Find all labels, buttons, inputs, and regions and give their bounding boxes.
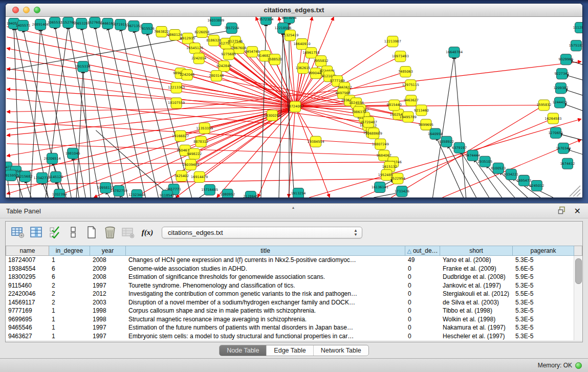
- table-vertical-scrollbar[interactable]: [574, 256, 582, 340]
- graph-node[interactable]: 9463627: [404, 95, 419, 106]
- network-canvas[interactable]: 1940557140557120891406106553211527601065…: [6, 17, 582, 198]
- graph-node[interactable]: 1733426: [395, 186, 409, 196]
- graph-node[interactable]: 16648784: [446, 47, 463, 58]
- column-header-name[interactable]: name: [6, 246, 49, 256]
- tab-network-table[interactable]: Network Table: [313, 345, 368, 356]
- graph-node[interactable]: 3572304: [258, 17, 273, 25]
- graph-node[interactable]: 1595832: [536, 100, 551, 111]
- column-header-short[interactable]: short: [440, 246, 513, 256]
- graph-node[interactable]: 1215682: [18, 171, 33, 182]
- table-settings-button[interactable]: [11, 226, 25, 239]
- graph-node[interactable]: 1209387: [553, 83, 568, 94]
- graph-node[interactable]: 12975115: [402, 80, 419, 91]
- graph-node[interactable]: 7857224: [224, 23, 239, 34]
- graph-node[interactable]: 11353359: [196, 123, 213, 134]
- network-view-window[interactable]: citations_edges.txt 19405571405571208914…: [5, 3, 583, 198]
- table-row[interactable]: 911546021997Tourette syndrome. Phenomeno…: [6, 281, 574, 290]
- scrollbar-thumb[interactable]: [575, 258, 582, 284]
- table-type-segmented-control[interactable]: Node TableEdge TableNetwork Table: [219, 345, 368, 356]
- table-row[interactable]: 1872400712008Changes of HCN gene express…: [6, 256, 574, 265]
- graph-node[interactable]: 7955812: [314, 56, 329, 67]
- table-row[interactable]: 946554611997Estimation of the future num…: [6, 323, 574, 332]
- column-header-title[interactable]: title: [126, 246, 405, 256]
- graph-node[interactable]: 3915957: [6, 170, 18, 181]
- graph-node[interactable]: 1913254: [291, 188, 306, 198]
- graph-node[interactable]: 2242046: [180, 70, 194, 80]
- graph-node[interactable]: 9815440: [387, 100, 402, 111]
- resize-grip-icon[interactable]: [570, 186, 580, 196]
- graph-node[interactable]: 9245012: [529, 180, 544, 191]
- function-builder-button[interactable]: f(x): [140, 228, 155, 237]
- graph-node[interactable]: 1588520: [267, 54, 282, 65]
- table-row[interactable]: 946362711997Embryonic stem cells: a mode…: [6, 332, 574, 341]
- graph-node[interactable]: 2242014: [191, 53, 206, 64]
- graph-node[interactable]: 7425402: [174, 170, 189, 181]
- graph-node[interactable]: 8912935: [180, 33, 195, 44]
- column-header-in_degree[interactable]: in_degree: [49, 246, 90, 256]
- graph-node[interactable]: 18807249: [372, 139, 389, 149]
- graph-node[interactable]: 7663822: [154, 27, 169, 37]
- graph-node[interactable]: 2522954: [390, 173, 405, 184]
- graph-node[interactable]: 1244415: [552, 97, 567, 108]
- graph-node[interactable]: 1202394: [52, 189, 67, 198]
- graph-node[interactable]: 2935105: [477, 156, 492, 167]
- graph-node[interactable]: 20891406: [32, 19, 49, 30]
- graph-node[interactable]: 16914479: [191, 171, 208, 182]
- graph-node[interactable]: 7986372: [352, 106, 366, 117]
- graph-node[interactable]: 1080952: [220, 189, 235, 198]
- cells-button[interactable]: [66, 226, 80, 239]
- graph-node[interactable]: 8813054: [282, 17, 297, 24]
- table-selector-dropdown[interactable]: citations_edges.txt ▲▼: [162, 227, 362, 238]
- graph-node[interactable]: 1065532: [48, 17, 62, 28]
- graph-node[interactable]: 12323448: [128, 189, 145, 198]
- window-titlebar[interactable]: citations_edges.txt: [6, 4, 582, 17]
- graph-node[interactable]: 9899695: [419, 119, 433, 130]
- graph-node[interactable]: 7615526: [140, 24, 155, 34]
- column-header-out_de[interactable]: △out_de…: [405, 246, 440, 256]
- graph-node[interactable]: 2128645: [243, 191, 258, 198]
- graph-node[interactable]: 7485063: [398, 67, 413, 77]
- graph-node[interactable]: 9227341: [554, 69, 569, 79]
- graph-node[interactable]: 16039489: [182, 159, 199, 170]
- float-panel-icon[interactable]: [558, 206, 566, 216]
- graph-node[interactable]: 8878312: [193, 136, 208, 147]
- graph-node[interactable]: 1981045: [66, 148, 80, 159]
- graph-node[interactable]: 10973493: [392, 51, 409, 62]
- column-header-year[interactable]: year: [90, 246, 126, 256]
- graph-node[interactable]: 9213460: [414, 105, 429, 116]
- delete-trash-button[interactable]: [103, 226, 117, 239]
- graph-node[interactable]: 2915334: [76, 61, 91, 72]
- graph-node[interactable]: 1270651: [548, 127, 563, 138]
- splitter-grip-icon[interactable]: ▴: [292, 205, 294, 210]
- graph-node[interactable]: 9329966: [558, 54, 573, 65]
- column-header-pagerank[interactable]: pagerank: [513, 246, 574, 256]
- graph-node[interactable]: 1670344: [556, 143, 571, 154]
- tab-edge-table[interactable]: Edge Table: [266, 345, 313, 356]
- select-rows-button[interactable]: [48, 226, 61, 239]
- graph-node[interactable]: 1640954: [428, 128, 443, 139]
- graph-node[interactable]: 16136141: [372, 182, 388, 192]
- table-row[interactable]: 2242004622012Investigating the contribut…: [6, 290, 574, 298]
- graph-node[interactable]: 1405571: [16, 20, 31, 31]
- graph-node[interactable]: 1674412: [560, 158, 575, 169]
- graph-node[interactable]: 9498222: [187, 148, 202, 159]
- column-settings-button[interactable]: [29, 226, 43, 239]
- graph-node[interactable]: 2803144: [209, 71, 224, 81]
- graph-node[interactable]: 9118542: [160, 190, 175, 198]
- graph-node[interactable]: 15716485: [201, 184, 218, 195]
- table-header-row[interactable]: namein_degreeyeartitle△out_de…shortpager…: [6, 246, 582, 256]
- graph-node[interactable]: 16033809: [207, 17, 224, 26]
- table-row[interactable]: 969969511998Structural magnetic resonanc…: [6, 315, 574, 324]
- graph-node[interactable]: 6379197: [452, 142, 467, 153]
- graph-node[interactable]: 9275685: [221, 49, 236, 60]
- table-row[interactable]: 1456911722003Disruption of a novel membe…: [6, 298, 574, 307]
- graph-node[interactable]: 20206514: [44, 153, 61, 164]
- graph-node[interactable]: 8226058: [194, 27, 209, 38]
- table-row[interactable]: 1938455462009Genome-wide association stu…: [6, 265, 574, 273]
- close-panel-icon[interactable]: ✕: [574, 207, 581, 215]
- graph-node[interactable]: 1575187: [569, 40, 582, 51]
- graph-node[interactable]: 1112804: [573, 23, 582, 33]
- new-document-button[interactable]: [84, 226, 98, 239]
- graph-node[interactable]: 9242848: [216, 61, 231, 72]
- graph-node[interactable]: 16264583: [545, 113, 561, 124]
